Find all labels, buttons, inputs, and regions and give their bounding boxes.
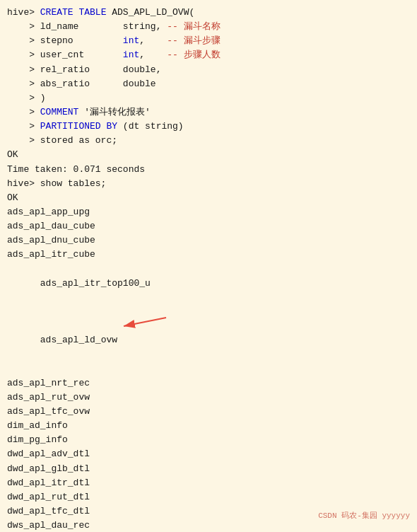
line-table-2: ads_apl_dau_cube (7, 219, 410, 233)
terminal-window: hive> CREATE TABLE ADS_APL_LD_OVW( > ld_… (0, 0, 417, 532)
line-9: > PARTITIONED BY (dt string) (7, 120, 410, 134)
line-ok-1: OK (7, 148, 410, 162)
line-1: hive> CREATE TABLE ADS_APL_LD_OVW( (7, 6, 410, 20)
line-2: > ld_name string, -- 漏斗名称 (7, 20, 410, 34)
line-8: > COMMENT '漏斗转化报表' (7, 105, 410, 120)
line-3: > stepno int, -- 漏斗步骤 (7, 34, 410, 48)
line-4: > user_cnt int, -- 步骤人数 (7, 48, 410, 62)
line-table-13: dwd_apl_itr_dtl (7, 476, 410, 490)
line-table-8: ads_apl_tfc_ovw (7, 405, 410, 419)
line-table-3: ads_apl_dnu_cube (7, 233, 410, 248)
line-table-6: ads_apl_nrt_rec (7, 376, 410, 391)
line-5: > rel_ratio double, (7, 63, 410, 77)
prompt-1: hive> (7, 7, 40, 18)
line-table-14: dwd_apl_rut_dtl (7, 490, 410, 504)
watermark: CSDN 码农-集园 yyyyyy (318, 510, 410, 521)
line-table-5: ads_apl_itr_top100_u (7, 262, 410, 320)
line-10: > stored as orc; (7, 134, 410, 148)
line-time-1: Time taken: 0.071 seconds (7, 163, 410, 177)
line-7: > ) (7, 91, 410, 105)
line-table-highlighted: ads_apl_ld_ovw (7, 319, 410, 376)
line-table-12: dwd_apl_glb_dtl (7, 462, 410, 476)
line-table-1: ads_apl_app_upg (7, 205, 410, 219)
line-6: > abs_ratio double (7, 77, 410, 91)
line-table-11: dwd_apl_adv_dtl (7, 447, 410, 461)
line-show: hive> show tables; (7, 177, 410, 191)
line-ok-2: OK (7, 191, 410, 205)
line-table-9: dim_ad_info (7, 419, 410, 433)
line-table-7: ads_apl_rut_ovw (7, 391, 410, 405)
red-arrow-svg (117, 313, 173, 335)
terminal-content: hive> CREATE TABLE ADS_APL_LD_OVW( > ld_… (7, 6, 410, 532)
line-table-10: dim_pg_info (7, 433, 410, 447)
line-table-4: ads_apl_itr_cube (7, 248, 410, 262)
